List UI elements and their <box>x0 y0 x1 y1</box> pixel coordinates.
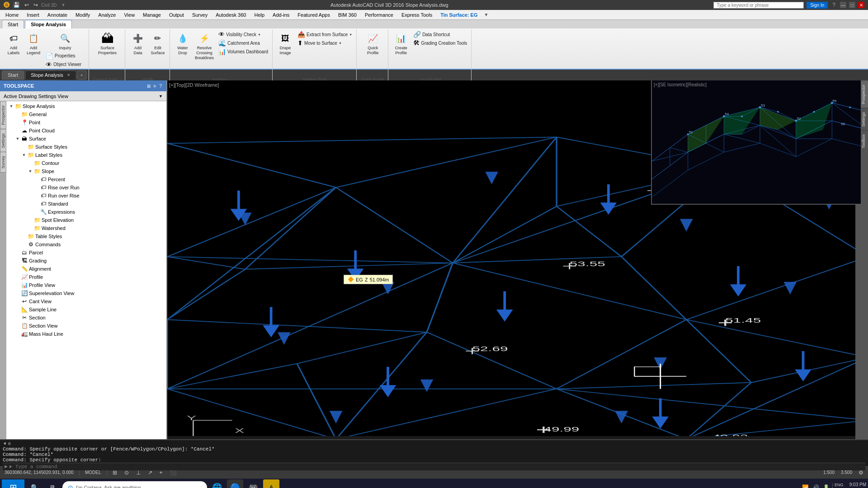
inquiry-btn[interactable]: 🔍 Inquiry <box>44 30 86 52</box>
tree-item-slope-analysis[interactable]: ▼📁Slope Analysis <box>6 102 166 110</box>
tree-item-general[interactable]: 📁General <box>6 110 166 118</box>
tree-item-profile[interactable]: 📈Profile <box>6 273 166 281</box>
tree-expand-8[interactable]: ▼ <box>27 169 33 174</box>
taskbar-ie-btn[interactable]: 🌐 <box>209 479 225 488</box>
task-search-btn[interactable]: 🔍 <box>26 479 42 488</box>
surface-properties-btn[interactable]: 🏔 SurfaceProperties <box>94 30 121 56</box>
tree-expand-4[interactable]: ▼ <box>14 136 21 141</box>
settings-side-tab[interactable]: Settings <box>861 108 868 131</box>
tree-item-surface-styles[interactable]: 📁Surface Styles <box>6 143 166 151</box>
menu-analyze[interactable]: Analyze <box>94 11 119 19</box>
command-input[interactable] <box>9 464 863 469</box>
move-to-surface-btn[interactable]: ⬆ Move to Surface ▼ <box>296 39 354 47</box>
menu-manage[interactable]: Manage <box>139 11 165 19</box>
tree-item-slope[interactable]: ▼📁Slope <box>6 167 166 175</box>
menu-home[interactable]: Home <box>2 11 22 19</box>
edit-surface-btn[interactable]: ✏ EditSurface <box>149 30 167 56</box>
tree-item-parcel[interactable]: 🗂Parcel <box>6 249 166 257</box>
tree-item-section-view[interactable]: 📋Section View <box>6 322 166 330</box>
close-button[interactable]: ✕ <box>858 2 864 8</box>
menu-bim360[interactable]: BIM 360 <box>335 11 360 19</box>
search-input[interactable] <box>713 2 804 9</box>
add-labels-btn[interactable]: 🏷 AddLabels <box>5 30 23 56</box>
quick-save-btn[interactable]: 💾 <box>12 1 21 9</box>
tree-item-spot-elevation[interactable]: 📁Spot Elevation <box>6 216 166 224</box>
extract-from-surface-btn[interactable]: 📤 Extract from Surface ▼ <box>296 30 354 38</box>
tree-item-run-over-rise[interactable]: 🏷Run over Rise <box>6 192 166 200</box>
doc-tab-start[interactable]: Start <box>2 70 24 80</box>
tab-start[interactable]: Start <box>2 20 24 28</box>
minimize-button[interactable]: — <box>840 2 846 8</box>
cortana-search[interactable]: ⊙ I'm Cortana. Ask me anything. <box>62 481 207 488</box>
tree-item-percent[interactable]: 🏷Percent <box>6 175 166 183</box>
menu-survey[interactable]: Survey <box>189 11 211 19</box>
command-panel-settings[interactable]: ⚙ <box>8 441 11 446</box>
status-lineweight[interactable]: 3.500 <box>839 470 854 475</box>
tree-item-alignment[interactable]: 📏Alignment <box>6 265 166 273</box>
tray-network-icon[interactable]: 📶 <box>801 483 810 488</box>
move-surface-dropdown[interactable]: ▼ <box>339 42 342 45</box>
surface-dropdown-icon[interactable]: ▼ <box>484 12 488 17</box>
command-panel-toggle[interactable]: ▼ <box>4 441 6 446</box>
redo-btn[interactable]: ↪ <box>32 1 39 9</box>
tree-item-commands[interactable]: ⚙Commands <box>6 240 166 249</box>
settings-tab[interactable]: Settings <box>0 129 6 152</box>
menu-annotate[interactable]: Annotate <box>44 11 71 19</box>
tree-item-mass-haul-line[interactable]: 🚛Mass Haul Line <box>6 330 166 338</box>
status-model[interactable]: MODEL <box>83 470 103 475</box>
add-legend-btn[interactable]: 📋 AddLegend <box>24 30 42 56</box>
tray-battery-icon[interactable]: 🔋 <box>822 483 830 488</box>
tree-item-point-cloud[interactable]: ☁Point Cloud <box>6 127 166 135</box>
extract-dropdown[interactable]: ▼ <box>349 33 352 36</box>
sign-in-button[interactable]: Sign In <box>807 2 828 9</box>
toolspace-list-btn[interactable]: ≡ <box>153 84 157 89</box>
tree-item-cant-view[interactable]: ↩Cant View <box>6 297 166 305</box>
toolbox-side-tab[interactable]: Toolbox <box>861 130 868 152</box>
start-button[interactable]: ⊞ <box>2 479 24 488</box>
doc-tab-slope-analysis[interactable]: Slope Analysis ✕ <box>25 70 76 80</box>
menu-expresstools[interactable]: Express Tools <box>398 11 436 19</box>
menu-performance[interactable]: Performance <box>361 11 397 19</box>
visibility-check-dropdown[interactable]: ▼ <box>258 33 261 36</box>
taskbar-chrome-btn[interactable]: 🔵 <box>227 479 243 488</box>
menu-tinsurface[interactable]: Tin Surface: EG <box>437 11 481 19</box>
menu-output[interactable]: Output <box>165 11 188 19</box>
visibility-check-btn[interactable]: 👁 Visibility Check ▼ <box>217 30 269 38</box>
taskbar-app1-btn[interactable]: 🎮 <box>245 479 261 488</box>
menu-view[interactable]: View <box>120 11 138 19</box>
prospector-tab[interactable]: Prospector <box>0 101 6 129</box>
tree-item-grading[interactable]: 🏗Grading <box>6 257 166 265</box>
tree-item-table-styles[interactable]: 📁Table Styles <box>6 232 166 240</box>
grading-creation-btn[interactable]: 🛠 Grading Creation Tools <box>412 39 468 47</box>
taskbar-autocad-btn[interactable]: A <box>263 479 279 488</box>
doc-tab-close-icon[interactable]: ✕ <box>67 73 71 77</box>
system-clock[interactable]: 9:03 PM 7/30/2016 <box>846 482 867 488</box>
toolspace-help-btn[interactable]: ? <box>158 84 163 89</box>
add-data-btn[interactable]: ➕ AddData <box>129 30 147 56</box>
tree-expand-6[interactable]: ▼ <box>21 153 27 157</box>
tree-item-standard[interactable]: 🏷Standard <box>6 200 166 208</box>
tree-item-profile-view[interactable]: 📊Profile View <box>6 281 166 289</box>
tree-item-point[interactable]: 📍Point <box>6 118 166 127</box>
view-label-dropdown[interactable]: ▼ <box>159 94 163 99</box>
menu-addins[interactable]: Add-ins <box>269 11 293 19</box>
tree-expand-0[interactable]: ▼ <box>8 104 14 108</box>
new-tab-button[interactable]: + <box>77 70 86 80</box>
tree-item-watershed[interactable]: 📁Watershed <box>6 224 166 232</box>
tree-item-sample-line[interactable]: 📐Sample Line <box>6 305 166 314</box>
resolve-crossing-btn[interactable]: ⚡ ResolveCrossingBreaklines <box>193 30 215 61</box>
tray-volume-icon[interactable]: 🔊 <box>811 483 820 488</box>
quick-profile-btn[interactable]: 📈 QuickProfile <box>360 30 385 56</box>
properties-btn[interactable]: 📄 Properties <box>44 52 86 60</box>
3d-viewport[interactable]: 54 53 52 55 51 56 [+][SE Isometric][Real… <box>651 80 868 205</box>
menu-insert[interactable]: Insert <box>23 11 43 19</box>
undo-btn[interactable]: ↩ <box>23 1 30 9</box>
status-scale[interactable]: 1:500 <box>821 470 836 475</box>
menu-modify[interactable]: Modify <box>72 11 94 19</box>
help-icon[interactable]: ? <box>832 2 835 8</box>
volumes-dashboard-btn[interactable]: 📊 Volumes Dashboard <box>217 47 269 56</box>
menu-featured[interactable]: Featured Apps <box>294 11 334 19</box>
drape-image-btn[interactable]: 🖼 DrapeImage <box>276 30 294 56</box>
menu-autodesk360[interactable]: Autodesk 360 <box>212 11 250 19</box>
tree-item-label-styles[interactable]: ▼📁Label Styles <box>6 151 166 159</box>
